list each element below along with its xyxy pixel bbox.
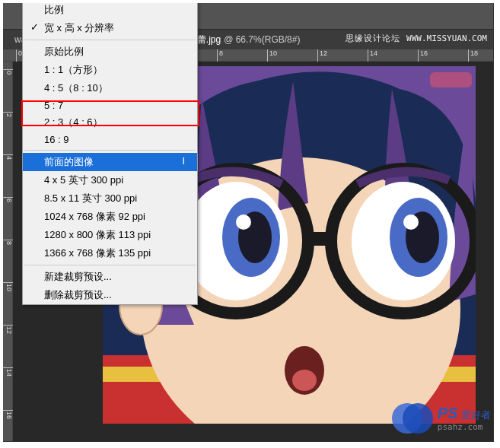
ps-logo-icon: [392, 398, 433, 439]
ruler-tick: 16: [1, 410, 13, 419]
dd-shortcut: I: [182, 155, 185, 169]
dd-ratio-preset-3[interactable]: 2 : 3（4 : 6）: [23, 113, 197, 132]
crop-preset-dropdown: 比例 宽 x 高 x 分辨率 原始比例 1 : 1（方形）4 : 5（8 : 1…: [22, 0, 198, 305]
ruler-tick: 14: [368, 49, 377, 62]
ruler-tick: 10: [1, 282, 13, 291]
svg-point-16: [292, 370, 317, 391]
dd-footer-0[interactable]: 新建裁剪预设...: [23, 268, 197, 286]
site-watermark: PS 爱好者 psahz.com: [392, 398, 491, 439]
ruler-tick: 0: [1, 69, 13, 75]
dd-size-preset-2[interactable]: 1024 x 768 像素 92 ppi: [23, 208, 197, 226]
separator: [24, 265, 196, 265]
dd-selected-label: 前面的图像: [44, 155, 94, 169]
dd-wxhxres[interactable]: 宽 x 高 x 分辨率: [23, 19, 197, 37]
svg-rect-18: [430, 72, 472, 87]
dd-ratio-preset-1[interactable]: 4 : 5（8 : 10）: [23, 79, 197, 97]
ruler-tick: 16: [418, 49, 428, 62]
ruler-tick: 8: [1, 240, 13, 245]
dd-ratio-preset-4[interactable]: 16 : 9: [23, 132, 197, 148]
dd-footer-1[interactable]: 删除裁剪预设...: [23, 286, 197, 304]
dd-size-preset-0[interactable]: 4 x 5 英寸 300 ppi: [23, 171, 197, 189]
dd-ratio-preset-0[interactable]: 1 : 1（方形）: [23, 61, 197, 79]
watermark-url: WWW.MISSYUAN.COM: [406, 33, 487, 43]
logo-domain: psahz.com: [438, 422, 491, 432]
ruler-tick: 8: [217, 49, 223, 62]
source-watermark: 思缘设计论坛 WWW.MISSYUAN.COM: [346, 33, 487, 44]
ruler-tick: 4: [1, 154, 13, 160]
ruler-tick: 18: [468, 49, 478, 62]
ruler-tick: 0: [16, 49, 22, 62]
separator: [24, 40, 196, 40]
separator: [24, 150, 196, 151]
ruler-tick: 14: [1, 367, 13, 377]
svg-point-14: [403, 214, 419, 230]
vertical-ruler: 0246810121416: [1, 62, 13, 441]
ruler-tick: 12: [1, 325, 13, 334]
dd-size-preset-3[interactable]: 1280 x 800 像素 113 ppi: [23, 226, 197, 244]
ruler-tick: 6: [1, 197, 13, 202]
logo-letters: PS: [438, 405, 458, 421]
dd-ratio-preset-2[interactable]: 5 : 7: [23, 97, 197, 113]
dd-size-preset-4[interactable]: 1366 x 768 像素 135 ppi: [23, 244, 197, 262]
dd-original-ratio[interactable]: 原始比例: [23, 43, 197, 61]
dd-ratio-header[interactable]: 比例: [23, 1, 197, 19]
logo-text: 爱好者: [461, 409, 491, 421]
ruler-tick: 2: [1, 112, 13, 117]
svg-point-13: [236, 214, 251, 230]
ruler-tick: 12: [317, 49, 327, 62]
ruler-tick: 10: [267, 49, 277, 62]
tab-zoom-info: @ 66.7%(RGB/8#): [224, 34, 300, 45]
svg-point-20: [403, 403, 433, 434]
svg-rect-6: [304, 232, 335, 246]
dd-size-preset-1[interactable]: 8.5 x 11 英寸 300 ppi: [23, 189, 197, 208]
dd-front-image[interactable]: 前面的图像 I: [23, 153, 197, 171]
watermark-text: 思缘设计论坛: [346, 33, 400, 43]
